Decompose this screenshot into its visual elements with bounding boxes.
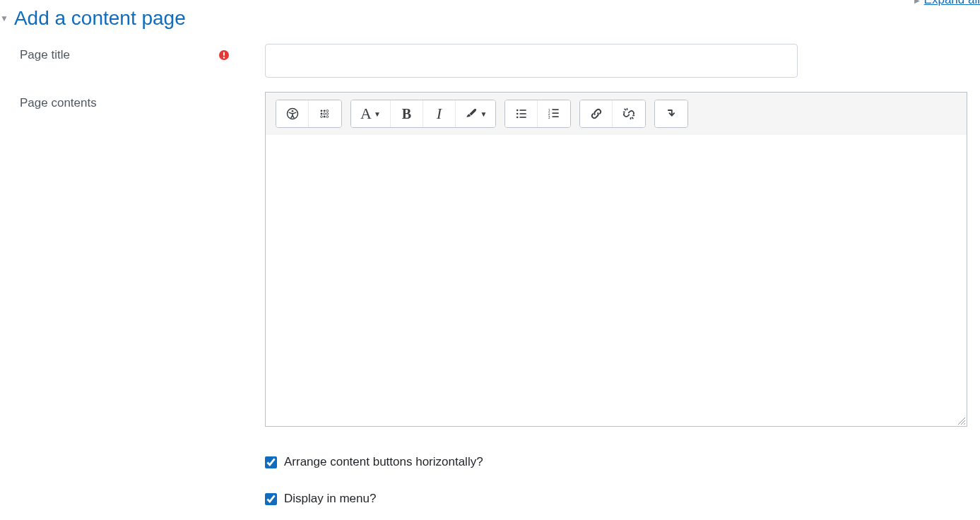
svg-point-2 xyxy=(223,57,225,58)
bold-icon: B xyxy=(402,106,411,122)
svg-point-8 xyxy=(324,116,326,118)
display-in-menu-checkbox[interactable] xyxy=(265,493,277,505)
styles-dropdown-button[interactable]: A ▼ xyxy=(351,100,391,127)
section-title: Add a content page xyxy=(14,7,186,30)
page-title-input[interactable] xyxy=(265,44,798,78)
svg-point-6 xyxy=(324,110,326,112)
bold-button[interactable]: B xyxy=(391,100,423,127)
caret-down-icon: ▼ xyxy=(480,110,488,118)
svg-point-18 xyxy=(516,117,518,119)
svg-rect-25 xyxy=(553,116,559,117)
svg-point-7 xyxy=(321,113,323,115)
formatting-dropdown-button[interactable]: ▼ xyxy=(456,100,495,127)
svg-text:3: 3 xyxy=(548,115,550,119)
arrange-horizontally-checkbox[interactable] xyxy=(265,456,277,468)
link-button[interactable] xyxy=(580,100,613,127)
expand-all-label: Expand all xyxy=(924,0,980,7)
list-ul-icon xyxy=(514,107,529,121)
show-more-button[interactable] xyxy=(655,100,687,127)
svg-rect-15 xyxy=(519,110,526,111)
required-icon xyxy=(218,49,230,61)
italic-button[interactable]: I xyxy=(423,100,456,127)
svg-point-11 xyxy=(324,113,326,115)
brush-icon xyxy=(464,107,478,121)
link-icon xyxy=(589,107,603,121)
caret-down-icon: ▼ xyxy=(374,110,381,118)
svg-rect-1 xyxy=(223,52,225,57)
braille-icon xyxy=(318,107,332,121)
styles-icon: A xyxy=(360,105,372,123)
rich-text-editor: A ▼ B I ▼ xyxy=(265,92,967,427)
svg-point-14 xyxy=(516,110,518,112)
italic-icon: I xyxy=(437,105,442,123)
editor-toolbar: A ▼ B I ▼ xyxy=(266,93,967,135)
page-title-label: Page title xyxy=(20,48,70,62)
svg-point-12 xyxy=(321,116,323,118)
unlink-icon xyxy=(622,107,636,121)
arrow-down-icon xyxy=(664,107,678,121)
svg-rect-19 xyxy=(519,117,526,118)
page-contents-label: Page contents xyxy=(20,96,97,110)
svg-rect-17 xyxy=(519,113,526,114)
svg-rect-24 xyxy=(553,112,559,114)
expand-all-link[interactable]: ▶ Expand all xyxy=(914,0,980,7)
accessibility-icon xyxy=(285,107,300,121)
svg-point-5 xyxy=(321,110,323,112)
svg-point-10 xyxy=(326,113,329,115)
list-ol-icon: 1 2 3 xyxy=(547,107,561,121)
svg-point-9 xyxy=(326,110,329,112)
editor-content-area[interactable] xyxy=(266,135,967,426)
chevron-down-icon: ▼ xyxy=(0,13,8,23)
accessibility-button[interactable] xyxy=(276,100,309,127)
resize-handle[interactable] xyxy=(957,416,965,425)
screenreader-button[interactable] xyxy=(309,100,341,127)
arrange-horizontally-label: Arrange content buttons horizontally? xyxy=(284,455,483,469)
chevron-right-icon: ▶ xyxy=(914,0,920,4)
display-in-menu-label: Display in menu? xyxy=(284,492,376,506)
svg-rect-23 xyxy=(553,109,559,110)
ordered-list-button[interactable]: 1 2 3 xyxy=(538,100,570,127)
unlink-button[interactable] xyxy=(613,100,645,127)
svg-point-16 xyxy=(516,113,518,115)
section-toggle[interactable]: ▼ Add a content page xyxy=(0,7,980,30)
unordered-list-button[interactable] xyxy=(505,100,538,127)
svg-point-4 xyxy=(291,110,293,112)
svg-point-13 xyxy=(326,116,329,118)
